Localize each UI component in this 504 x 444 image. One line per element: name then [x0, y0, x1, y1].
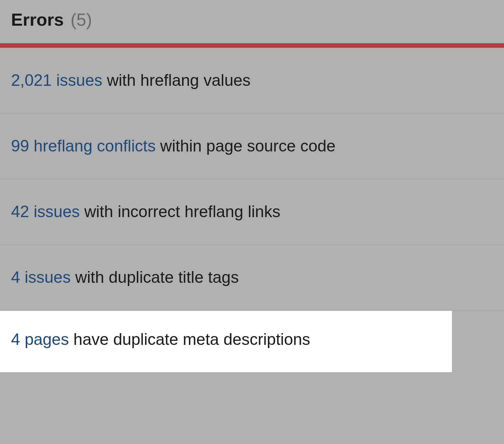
- errors-count: (5): [71, 10, 92, 29]
- error-item-duplicate-titles[interactable]: 4 issues with duplicate title tags: [0, 244, 504, 310]
- error-item-duplicate-meta[interactable]: 4 pages have duplicate meta descriptions: [0, 311, 452, 372]
- error-text: with incorrect hreflang links: [80, 202, 280, 221]
- error-item-incorrect-hreflang[interactable]: 42 issues with incorrect hreflang links: [0, 179, 504, 244]
- errors-title: Errors: [11, 10, 64, 29]
- errors-header: Errors (5): [0, 0, 504, 43]
- error-item-wrapper: 4 pages have duplicate meta descriptions: [0, 310, 504, 372]
- error-link[interactable]: 4 issues: [11, 268, 71, 286]
- error-item-hreflang-conflicts[interactable]: 99 hreflang conflicts within page source…: [0, 113, 504, 179]
- error-link[interactable]: 4 pages: [11, 330, 69, 348]
- error-link[interactable]: 42 issues: [11, 202, 80, 221]
- error-text: with duplicate title tags: [71, 268, 239, 286]
- errors-panel: Errors (5) 2,021 issues with hreflang va…: [0, 0, 504, 372]
- error-item-hreflang-values[interactable]: 2,021 issues with hreflang values: [0, 48, 504, 113]
- error-text: within page source code: [156, 137, 336, 155]
- errors-list: 2,021 issues with hreflang values 99 hre…: [0, 48, 504, 372]
- errors-divider: [0, 43, 504, 48]
- error-link[interactable]: 99 hreflang conflicts: [11, 137, 156, 155]
- error-text: have duplicate meta descriptions: [69, 330, 310, 348]
- error-link[interactable]: 2,021 issues: [11, 71, 102, 89]
- error-text: with hreflang values: [102, 71, 251, 89]
